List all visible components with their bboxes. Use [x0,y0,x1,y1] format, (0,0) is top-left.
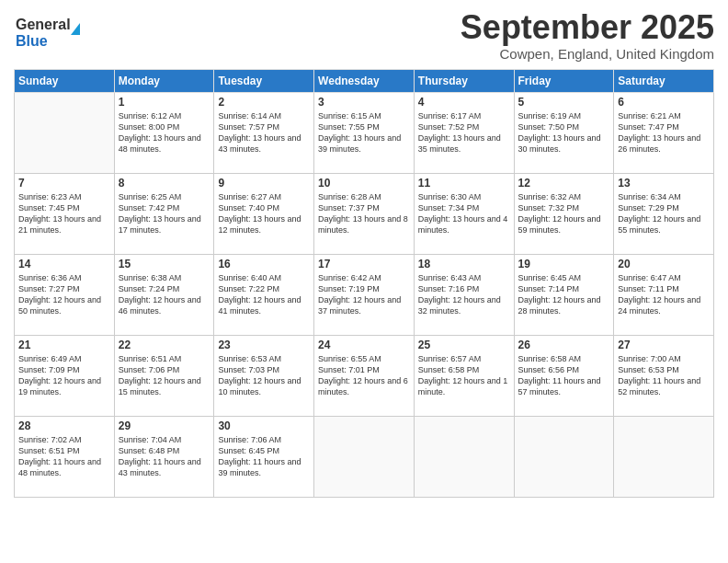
title-block: September 2025 Cowpen, England, United K… [461,9,714,62]
month-title: September 2025 [461,9,714,46]
calendar-cell: 6Sunrise: 6:21 AM Sunset: 7:47 PM Daylig… [614,92,714,173]
svg-marker-2 [71,23,80,35]
day-number: 13 [618,177,710,190]
calendar-cell: 28Sunrise: 7:02 AM Sunset: 6:51 PM Dayli… [15,416,115,497]
calendar-cell: 7Sunrise: 6:23 AM Sunset: 7:45 PM Daylig… [15,173,115,254]
calendar-cell: 2Sunrise: 6:14 AM Sunset: 7:57 PM Daylig… [214,92,314,173]
day-info: Sunrise: 7:06 AM Sunset: 6:45 PM Dayligh… [218,434,310,479]
calendar-cell: 16Sunrise: 6:40 AM Sunset: 7:22 PM Dayli… [214,254,314,335]
header-tuesday: Tuesday [214,69,314,92]
calendar-week-row: 28Sunrise: 7:02 AM Sunset: 6:51 PM Dayli… [15,416,714,497]
day-number: 6 [618,96,710,109]
day-number: 24 [318,339,410,351]
day-number: 1 [119,96,210,109]
calendar-cell: 15Sunrise: 6:38 AM Sunset: 7:24 PM Dayli… [114,254,214,335]
header-saturday: Saturday [614,69,714,92]
calendar-cell: 12Sunrise: 6:32 AM Sunset: 7:32 PM Dayli… [514,173,614,254]
calendar-cell: 1Sunrise: 6:12 AM Sunset: 8:00 PM Daylig… [114,92,214,173]
day-info: Sunrise: 6:12 AM Sunset: 8:00 PM Dayligh… [119,110,210,155]
calendar-week-row: 14Sunrise: 6:36 AM Sunset: 7:27 PM Dayli… [15,254,714,335]
day-info: Sunrise: 6:55 AM Sunset: 7:01 PM Dayligh… [318,353,410,398]
calendar-cell: 24Sunrise: 6:55 AM Sunset: 7:01 PM Dayli… [314,335,415,416]
calendar-cell: 17Sunrise: 6:42 AM Sunset: 7:19 PM Dayli… [314,254,415,335]
day-info: Sunrise: 7:02 AM Sunset: 6:51 PM Dayligh… [18,434,110,479]
calendar-cell: 26Sunrise: 6:58 AM Sunset: 6:56 PM Dayli… [514,335,614,416]
calendar-header-row: Sunday Monday Tuesday Wednesday Thursday… [15,69,714,92]
day-info: Sunrise: 6:38 AM Sunset: 7:24 PM Dayligh… [119,272,210,317]
day-info: Sunrise: 6:51 AM Sunset: 7:06 PM Dayligh… [119,353,210,398]
calendar-cell: 4Sunrise: 6:17 AM Sunset: 7:52 PM Daylig… [414,92,514,173]
calendar-cell [314,416,415,497]
calendar-week-row: 21Sunrise: 6:49 AM Sunset: 7:09 PM Dayli… [15,335,714,416]
day-info: Sunrise: 7:04 AM Sunset: 6:48 PM Dayligh… [119,434,210,479]
location-subtitle: Cowpen, England, United Kingdom [461,46,714,62]
calendar-cell: 19Sunrise: 6:45 AM Sunset: 7:14 PM Dayli… [514,254,614,335]
day-number: 3 [318,96,410,109]
day-number: 10 [318,177,410,190]
calendar-cell: 3Sunrise: 6:15 AM Sunset: 7:55 PM Daylig… [314,92,415,173]
day-number: 22 [119,339,210,351]
logo-svg: General Blue [14,9,97,55]
header: General Blue September 2025 Cowpen, Engl… [14,9,714,62]
day-number: 16 [218,258,310,270]
day-info: Sunrise: 6:57 AM Sunset: 6:58 PM Dayligh… [418,353,510,398]
calendar-cell: 14Sunrise: 6:36 AM Sunset: 7:27 PM Dayli… [15,254,115,335]
calendar-table: Sunday Monday Tuesday Wednesday Thursday… [14,69,714,498]
day-number: 2 [218,96,310,109]
day-number: 30 [218,419,310,432]
calendar-cell: 23Sunrise: 6:53 AM Sunset: 7:03 PM Dayli… [214,335,314,416]
day-info: Sunrise: 6:58 AM Sunset: 6:56 PM Dayligh… [518,353,610,398]
logo: General Blue [14,9,97,59]
calendar-cell [414,416,514,497]
day-number: 8 [119,177,210,190]
calendar-cell: 13Sunrise: 6:34 AM Sunset: 7:29 PM Dayli… [614,173,714,254]
calendar-cell: 21Sunrise: 6:49 AM Sunset: 7:09 PM Dayli… [15,335,115,416]
calendar-cell [15,92,115,173]
day-number: 14 [18,258,110,270]
day-number: 5 [518,96,610,109]
day-info: Sunrise: 6:40 AM Sunset: 7:22 PM Dayligh… [218,272,310,317]
day-number: 11 [418,177,510,190]
calendar-cell: 20Sunrise: 6:47 AM Sunset: 7:11 PM Dayli… [614,254,714,335]
header-thursday: Thursday [414,69,514,92]
calendar-cell: 22Sunrise: 6:51 AM Sunset: 7:06 PM Dayli… [114,335,214,416]
day-info: Sunrise: 6:36 AM Sunset: 7:27 PM Dayligh… [18,272,110,317]
day-number: 23 [218,339,310,351]
day-number: 29 [119,419,210,432]
calendar-cell: 30Sunrise: 7:06 AM Sunset: 6:45 PM Dayli… [214,416,314,497]
calendar-cell: 25Sunrise: 6:57 AM Sunset: 6:58 PM Dayli… [414,335,514,416]
page: General Blue September 2025 Cowpen, Engl… [0,0,728,563]
day-number: 18 [418,258,510,270]
day-number: 27 [618,339,710,351]
day-info: Sunrise: 6:19 AM Sunset: 7:50 PM Dayligh… [518,110,610,155]
day-info: Sunrise: 6:25 AM Sunset: 7:42 PM Dayligh… [119,191,210,236]
calendar-cell [614,416,714,497]
day-number: 28 [18,419,110,432]
calendar-week-row: 7Sunrise: 6:23 AM Sunset: 7:45 PM Daylig… [15,173,714,254]
calendar-week-row: 1Sunrise: 6:12 AM Sunset: 8:00 PM Daylig… [15,92,714,173]
calendar-cell: 18Sunrise: 6:43 AM Sunset: 7:16 PM Dayli… [414,254,514,335]
header-sunday: Sunday [15,69,115,92]
day-info: Sunrise: 6:30 AM Sunset: 7:34 PM Dayligh… [418,191,510,236]
day-info: Sunrise: 6:17 AM Sunset: 7:52 PM Dayligh… [418,110,510,155]
day-info: Sunrise: 6:42 AM Sunset: 7:19 PM Dayligh… [318,272,410,317]
day-info: Sunrise: 6:21 AM Sunset: 7:47 PM Dayligh… [618,110,710,155]
calendar-cell [514,416,614,497]
svg-text:General: General [16,17,71,32]
calendar-cell: 29Sunrise: 7:04 AM Sunset: 6:48 PM Dayli… [114,416,214,497]
day-number: 7 [18,177,110,190]
calendar-cell: 9Sunrise: 6:27 AM Sunset: 7:40 PM Daylig… [214,173,314,254]
day-number: 9 [218,177,310,190]
day-number: 12 [518,177,610,190]
day-number: 25 [418,339,510,351]
day-info: Sunrise: 6:27 AM Sunset: 7:40 PM Dayligh… [218,191,310,236]
day-number: 4 [418,96,510,109]
day-info: Sunrise: 6:43 AM Sunset: 7:16 PM Dayligh… [418,272,510,317]
day-info: Sunrise: 6:53 AM Sunset: 7:03 PM Dayligh… [218,353,310,398]
day-number: 26 [518,339,610,351]
header-wednesday: Wednesday [314,69,415,92]
day-number: 19 [518,258,610,270]
calendar-cell: 10Sunrise: 6:28 AM Sunset: 7:37 PM Dayli… [314,173,415,254]
calendar-cell: 5Sunrise: 6:19 AM Sunset: 7:50 PM Daylig… [514,92,614,173]
day-info: Sunrise: 6:14 AM Sunset: 7:57 PM Dayligh… [218,110,310,155]
